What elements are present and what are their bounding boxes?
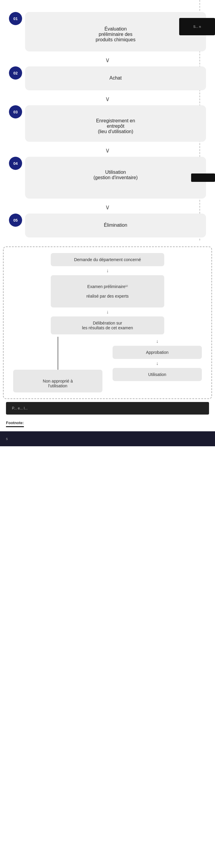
- footnote-title: Footnote:: [6, 421, 209, 425]
- flow-box-3: Délibération sur les résultats de cet ex…: [51, 316, 164, 334]
- step-04-title: Utilisation (gestion d'inventaire): [94, 169, 138, 180]
- step-04-block: 04 Utilisation (gestion d'inventaire): [9, 157, 206, 198]
- flow-arrow-2: ↓: [8, 308, 207, 316]
- flow-box-3-line1: Délibération sur: [93, 321, 122, 326]
- step-05-badge-col: 05: [9, 214, 25, 227]
- flow-left-result-text: Non approprié à l'utilisation: [43, 379, 73, 388]
- step-01-badge: 01: [9, 12, 22, 25]
- step-03-badge-col: 03: [9, 105, 25, 119]
- chevron-3: ∨: [9, 144, 206, 157]
- footnote-section: Footnote:: [0, 417, 215, 431]
- flow-box-1-text: Demande du département concerné: [74, 257, 141, 262]
- flow-box-utilisation: Utilisation: [113, 368, 202, 381]
- flow-box-left-result: Non approprié à l'utilisation: [13, 370, 103, 393]
- step-01-block: 01 Évaluation préliminaire des produits …: [9, 12, 206, 52]
- chevron-2: ∨: [9, 93, 206, 105]
- step-02-block: 02 Achat: [9, 66, 206, 90]
- step-02-title: Achat: [110, 75, 122, 81]
- flow-approbation-text: Approbation: [146, 350, 169, 355]
- footnote-line: [6, 426, 24, 427]
- flow-box-2-line1: Examen préliminaire¹⁾: [87, 284, 128, 289]
- bottom-dark-bar: s: [0, 431, 215, 446]
- step-01-side-box-text: S... n: [192, 24, 202, 30]
- step-05-block: 05 Élimination: [9, 214, 206, 238]
- step-05-card-box: Élimination: [25, 214, 206, 238]
- chevron-1: ∨: [9, 54, 206, 66]
- step-04-badge: 04: [9, 157, 22, 170]
- flow-box-3-line2: les résultats de cet examen: [82, 326, 133, 330]
- step-02-badge: 02: [9, 66, 22, 80]
- flow-box-2: Examen préliminaire¹⁾ réalisé par des ex…: [51, 275, 164, 308]
- step-02-card-box: Achat: [25, 66, 206, 90]
- flow-arrow-3: ↓: [156, 337, 158, 346]
- step-04-badge-col: 04: [9, 157, 25, 170]
- step-05-card: Élimination: [25, 214, 206, 238]
- step-03-card: Enregistrement en entrepôt (lieu d'utili…: [25, 105, 206, 142]
- bottom-note-box: P... e... l...: [6, 402, 209, 414]
- flow-arrow-4: ↓: [156, 359, 158, 368]
- chevron-4: ∨: [9, 201, 206, 214]
- page-container: 01 Évaluation préliminaire des produits …: [0, 0, 215, 868]
- flow-box-approbation: Approbation: [113, 346, 202, 359]
- bottom-bar-text: s: [6, 437, 8, 441]
- step-03-badge: 03: [9, 105, 22, 119]
- flow-box-1: Demande du département concerné: [51, 253, 164, 266]
- step-05-title: Élimination: [104, 222, 127, 228]
- step-03-title: Enregistrement en entrepôt (lieu d'utili…: [96, 118, 135, 134]
- flow-diagram-section: Demande du département concerné ↓ Examen…: [3, 246, 212, 399]
- step-01-badge-col: 01: [9, 12, 25, 25]
- step-02-badge-col: 02: [9, 66, 25, 80]
- step-04-card: Utilisation (gestion d'inventaire): [25, 157, 206, 198]
- flow-utilisation-text: Utilisation: [148, 372, 166, 377]
- step-02-card: Achat: [25, 66, 206, 90]
- step-04-side-box: [191, 174, 215, 182]
- step-03-card-box: Enregistrement en entrepôt (lieu d'utili…: [25, 105, 206, 142]
- bottom-note-text: P... e... l...: [12, 406, 28, 410]
- flow-arrow-1: ↓: [8, 266, 207, 275]
- step-01-side-box: S... n: [179, 18, 215, 35]
- step-05-badge: 05: [9, 214, 22, 227]
- step-01-title: Évaluation préliminaire des produits chi…: [96, 26, 135, 42]
- flow-box-2-line2: réalisé par des experts: [86, 294, 129, 299]
- step-04-card-box: Utilisation (gestion d'inventaire): [25, 157, 206, 198]
- step-01-card: Évaluation préliminaire des produits chi…: [25, 12, 206, 52]
- step-03-block: 03 Enregistrement en entrepôt (lieu d'ut…: [9, 105, 206, 142]
